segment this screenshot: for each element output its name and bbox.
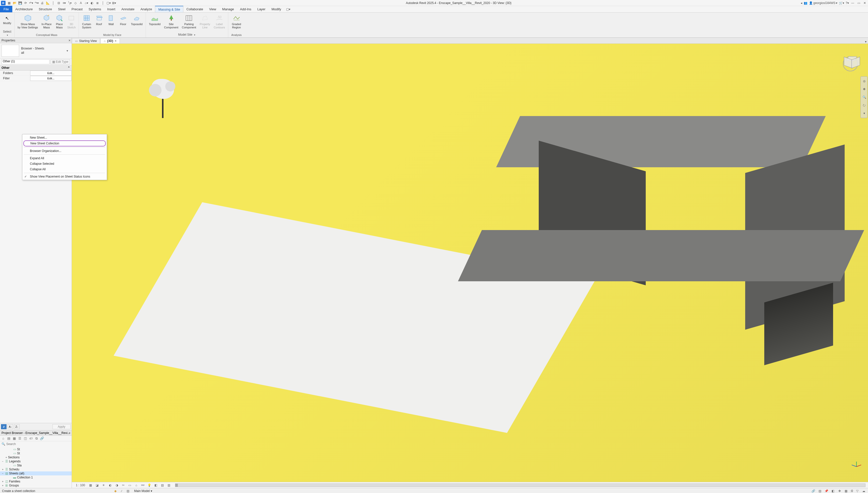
search-icon[interactable]: ◂: [801, 1, 802, 5]
cart-icon[interactable]: 🛒▾: [839, 1, 844, 5]
view-cube[interactable]: [840, 54, 861, 74]
type-selector[interactable]: Browser - Sheets all ▾: [0, 43, 71, 59]
group-icon[interactable]: ⧉: [34, 436, 39, 441]
measure-icon[interactable]: 📐: [45, 1, 50, 5]
chevron-down-icon[interactable]: ▾: [861, 110, 867, 116]
parking-component-button[interactable]: Parking Component: [181, 14, 197, 30]
select-links-icon[interactable]: 🔗: [811, 489, 816, 493]
edit-button[interactable]: Edit...: [30, 70, 71, 76]
tree-node[interactable]: ▭Sta: [0, 463, 71, 467]
views-icon[interactable]: ▤: [6, 436, 11, 441]
redo-icon[interactable]: ↷▾: [34, 1, 39, 5]
open-icon[interactable]: 📂: [12, 1, 17, 5]
dim-icon[interactable]: ╲▾: [67, 1, 72, 5]
full-nav-wheel-icon[interactable]: ◎: [861, 78, 867, 84]
site-component-button[interactable]: Site Component: [163, 14, 179, 30]
close-icon[interactable]: ×: [69, 38, 70, 42]
tab-structure[interactable]: Structure: [36, 6, 55, 12]
menu-show-view-placement[interactable]: ✓Show View Placement on Sheet Status Ico…: [22, 174, 107, 179]
close-icon[interactable]: ✕: [863, 1, 867, 5]
print-icon[interactable]: 🖨: [40, 1, 45, 5]
tab-systems[interactable]: Systems: [86, 6, 104, 12]
align-icon[interactable]: ≡▾: [62, 1, 67, 5]
constraint-icon[interactable]: ⊟: [56, 1, 61, 5]
modify-button[interactable]: ↖ Modify: [1, 14, 14, 25]
tag-icon[interactable]: ◇: [73, 1, 78, 5]
view-tab-starting[interactable]: ▭ Starting View: [72, 38, 100, 43]
panel-label[interactable]: Model Site ▼: [148, 33, 226, 37]
tab-precast[interactable]: Precast: [69, 6, 86, 12]
menu-browser-organization[interactable]: Browser Organization...: [22, 148, 107, 154]
tab-collaborate[interactable]: Collaborate: [183, 6, 206, 12]
text-icon[interactable]: A: [78, 1, 83, 5]
project-browser-header[interactable]: Project Browser - Enscape_Sample__Villa_…: [0, 430, 71, 436]
detail-level-icon[interactable]: ▦: [88, 484, 93, 487]
design-options-icon[interactable]: ▤: [126, 489, 130, 493]
graded-region-button[interactable]: Graded Region: [230, 14, 243, 30]
user-menu[interactable]: 👤 georgiosG84WS ▾: [809, 1, 837, 5]
sync-icon[interactable]: ⟳: [23, 1, 28, 5]
background-icon[interactable]: ▦: [844, 489, 848, 493]
select-panel-label[interactable]: Select ▼: [2, 29, 12, 37]
edit-type-button[interactable]: ▦Edit Type: [50, 59, 70, 64]
curtain-system-button[interactable]: Curtain System: [81, 14, 92, 30]
tab-massing-site[interactable]: Massing & Site: [155, 6, 183, 12]
undo-icon[interactable]: ↶▾: [29, 1, 34, 5]
tab-view[interactable]: View: [206, 6, 219, 12]
view-tab-3d[interactable]: ⌂ {3D} ×: [101, 38, 120, 43]
scrollbar-thumb[interactable]: [175, 484, 178, 487]
edit-button[interactable]: Edit...: [30, 76, 71, 81]
worksharing-display-icon[interactable]: ◧: [153, 484, 158, 487]
ribbon-expand-icon[interactable]: ▢▾: [284, 6, 292, 12]
search-input[interactable]: [6, 442, 70, 446]
tree-node-families[interactable]: +◫Families: [0, 479, 71, 484]
sort-desc-icon[interactable]: Z↓: [14, 424, 20, 429]
collapse-icon[interactable]: ⌃: [68, 66, 70, 69]
panel-icon[interactable]: ◫: [23, 436, 28, 441]
lock-3d-icon[interactable]: ⌂: [134, 484, 139, 487]
inplace-mass-button[interactable]: In-Place Mass: [40, 14, 52, 30]
thin-lines-icon[interactable]: ≣: [95, 1, 100, 5]
reveal-hidden-icon[interactable]: 💡: [147, 484, 152, 487]
prop-category-other[interactable]: Other ⌃: [0, 65, 71, 70]
workset-icon[interactable]: ◆: [113, 489, 117, 493]
tab-overflow-icon[interactable]: ▾: [864, 40, 868, 43]
tab-architecture[interactable]: Architecture: [12, 6, 36, 12]
home-icon[interactable]: ⌂▾: [84, 1, 89, 5]
tab-file[interactable]: File: [0, 6, 12, 12]
instance-filter[interactable]: Other (1): [1, 59, 49, 64]
sun-path-icon[interactable]: ☀: [101, 484, 106, 487]
switch-windows-icon[interactable]: ⊞▾: [111, 1, 116, 5]
toposolid-face-button[interactable]: Toposolid: [130, 14, 144, 26]
tree-node-legends[interactable]: −☰Legends: [0, 459, 71, 463]
tab-insert[interactable]: Insert: [104, 6, 118, 12]
shadows-icon[interactable]: ◐: [108, 484, 113, 487]
filter-icon[interactable]: ▽: [855, 489, 860, 493]
menu-collapse-all[interactable]: Collapse All: [22, 167, 107, 172]
select-underlay-icon[interactable]: ▤: [818, 489, 822, 493]
menu-expand-all[interactable]: Expand All: [22, 155, 107, 161]
close-icon[interactable]: ×: [69, 431, 70, 435]
qat-icon[interactable]: ▦: [6, 1, 12, 5]
tab-addins[interactable]: Add-Ins: [237, 6, 255, 12]
tree-node-sections[interactable]: +Sections: [0, 455, 71, 459]
temp-hide-icon[interactable]: 👓: [140, 484, 146, 487]
visual-style-icon[interactable]: ◪: [95, 484, 100, 487]
minimize-icon[interactable]: —: [850, 1, 855, 5]
show-mass-button[interactable]: Show Mass by View Settings: [17, 14, 39, 30]
help-icon[interactable]: ?▾: [846, 1, 849, 5]
3d-view-canvas[interactable]: ◎ ✥ 🔍 ⭮ ▾: [72, 44, 868, 482]
rendering-icon[interactable]: ◑: [114, 484, 119, 487]
tree-node-schedules[interactable]: +☰Schedu: [0, 467, 71, 471]
crop-icon[interactable]: ✂: [121, 484, 126, 487]
sheets-icon[interactable]: ▦: [12, 436, 17, 441]
sort-asc-icon[interactable]: A↓: [7, 424, 13, 429]
cloud-icon[interactable]: ☁: [862, 489, 866, 493]
apply-button[interactable]: Apply: [52, 424, 70, 429]
tab-analyze[interactable]: Analyze: [137, 6, 155, 12]
close-inactive-icon[interactable]: ▢▾: [106, 1, 111, 5]
properties-header[interactable]: Properties ×: [0, 38, 71, 43]
analytical-icon[interactable]: ▤: [160, 484, 165, 487]
orbit-icon[interactable]: ⭮: [861, 102, 867, 108]
home-icon[interactable]: ⌂: [1, 436, 5, 441]
